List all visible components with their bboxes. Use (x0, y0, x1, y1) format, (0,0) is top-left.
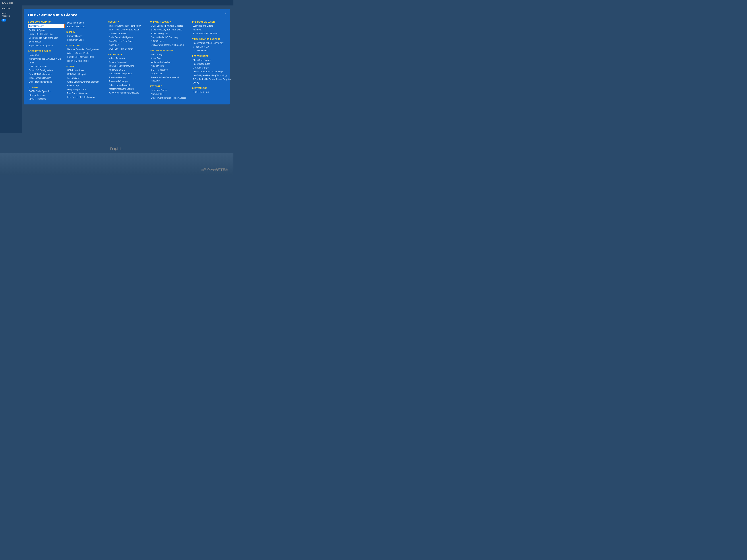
section-header-connection: CONNECTION (67, 44, 106, 47)
menu-item-https-boot[interactable]: HTTP(s) Boot Feature (67, 59, 106, 63)
menu-item-system-password[interactable]: System Password (108, 60, 149, 64)
menu-item-vt-direct-io[interactable]: VT for Direct I/O (192, 45, 232, 49)
admin-password-toggle[interactable]: ON (1, 19, 20, 22)
menu-item-chassis-intrusion[interactable]: Chassis Intrusion (108, 31, 149, 35)
section-header-performance: PERFORMANCE (192, 55, 232, 57)
menu-item-memory-mapped[interactable]: Memory Mapped I/O above 4 Gig (28, 57, 65, 61)
menu-item-uefi-capsule[interactable]: UEFI Capsule Firmware Updates (150, 24, 190, 28)
bios-col-4: UPDATE, RECOVERY UEFI Capsule Firmware U… (150, 21, 190, 101)
menu-item-aspm[interactable]: Active State Power Management (67, 80, 106, 84)
menu-item-admin-setup-lockout[interactable]: Admin Setup Lockout (108, 83, 149, 87)
menu-item-usb-config[interactable]: USB Configuration (28, 64, 65, 69)
menu-item-pcie-bar[interactable]: PCIe Resizable Base Address Register (BA… (192, 77, 232, 84)
menu-item-fan-control[interactable]: Fan Control Override (67, 91, 106, 95)
menu-item-bios-recovery[interactable]: BIOS Recovery from Hard Drive (150, 28, 190, 31)
menu-item-dust-filter[interactable]: Dust Filter Maintenance (28, 80, 65, 84)
menu-item-intel-tme[interactable]: Intel® Total Memory Encryption (108, 28, 149, 31)
sidebar-admin-label: AdminPassword (1, 12, 20, 17)
menu-item-force-pxe[interactable]: Force PXE On Next Boot (28, 32, 65, 36)
menu-item-service-tag[interactable]: Service Tag (150, 53, 190, 56)
menu-item-extend-post-time[interactable]: Extend BIOS POST Time (192, 31, 232, 35)
menu-item-password-config[interactable]: Password Configuration (108, 72, 149, 76)
toggle-on-label[interactable]: ON (1, 19, 6, 22)
menu-item-dma-protection[interactable]: DMA Protection (192, 49, 232, 53)
menu-item-drive-info[interactable]: Drive Information (67, 21, 106, 25)
menu-item-uefi-network-stack[interactable]: Enable UEFI Network Stack (67, 55, 106, 59)
menu-item-password-bypass[interactable]: Password Bypass (108, 76, 149, 79)
menu-item-intel-ptt[interactable]: Intel® Platform Trust Technology (108, 24, 149, 28)
menu-item-sata-nvme[interactable]: SATA/NVMe Operation (28, 89, 65, 93)
menu-item-bios-downgrade[interactable]: BIOS Downgrade (150, 31, 190, 35)
menu-item-auto-on-time[interactable]: Auto On Time (150, 64, 190, 68)
menu-item-ac-behavior[interactable]: AC Behavior (67, 76, 106, 80)
menu-item-cstates[interactable]: C-States Control (192, 66, 232, 70)
menu-item-dell-auto-os[interactable]: Dell Auto OS Recovery Threshold (150, 43, 190, 47)
menu-item-master-password-lockout[interactable]: Master Password Lockout (108, 87, 149, 91)
bios-title: BIOS Settings at a Glance (28, 13, 225, 18)
menu-item-smart-reporting[interactable]: SMART Reporting (28, 97, 65, 101)
menu-item-network-controller[interactable]: Network Controller Configuration (67, 47, 106, 51)
section-header-keyboard: KEYBOARD (150, 85, 190, 87)
menu-item-full-screen-logo[interactable]: Full Screen Logo (67, 38, 106, 42)
menu-item-hyperthreading[interactable]: Intel® Hyper-Threading Technology (192, 74, 232, 77)
menu-item-add-boot-option[interactable]: Add Boot Option (28, 28, 65, 32)
bios-col-1: BOOT CONFIGURATION Boot Sequence Add Boo… (28, 21, 65, 101)
menu-item-uefi-boot-path[interactable]: UEFI Boot Path Security (108, 47, 149, 51)
menu-item-misc-devices[interactable]: Miscellaneous Devices (28, 76, 65, 80)
menu-item-speedstep[interactable]: Intel® SpeedStep (192, 62, 232, 66)
menu-item-intel-vt[interactable]: Intel® Virtualization Technology (192, 41, 232, 45)
menu-item-enable-mediacard[interactable]: Enable MediaCard (67, 25, 106, 28)
menu-item-data-wipe[interactable]: Data Wipe on Next Boot (108, 39, 149, 43)
menu-item-usb-wake[interactable]: USB Wake Support (67, 72, 106, 76)
menu-item-bios-event-log[interactable]: BIOS Event Log (192, 90, 232, 94)
menu-item-storage-interface[interactable]: Storage Interface (28, 93, 65, 97)
menu-item-turbo-boost[interactable]: Intel® Turbo Boost Technology (192, 70, 232, 74)
bios-col-3: SECURITY Intel® Platform Trust Technolog… (108, 21, 149, 101)
section-header-storage: STORAGE (28, 86, 65, 88)
menu-item-front-usb[interactable]: Front USB Configuration (28, 69, 65, 72)
menu-item-admin-password[interactable]: Admin Password (108, 56, 149, 60)
menu-item-biosconnect[interactable]: BIOSConnect (150, 39, 190, 43)
bios-panel: BIOS Settings at a Glance X BOOT CONFIGU… (24, 9, 230, 104)
section-header-preboot: PRE-BOOT BEHAVIOR (192, 21, 232, 23)
menu-item-primary-display[interactable]: Primary Display (67, 34, 106, 38)
menu-item-wake-lan[interactable]: Wake on LAN/WLAN (150, 60, 190, 64)
section-header-passwords: PASSWORDS (108, 53, 149, 55)
menu-item-rear-usb[interactable]: Rear USB Configuration (28, 72, 65, 76)
menu-item-usb-powershare[interactable]: USB PowerShare (67, 69, 106, 72)
menu-item-hdd-password[interactable]: Internal HDD-0 Password (108, 64, 149, 68)
menu-item-deep-sleep[interactable]: Deep Sleep Control (67, 87, 106, 91)
menu-item-supportassist[interactable]: SupportAssist OS Recovery (150, 35, 190, 39)
menu-item-audio[interactable]: Audio (28, 61, 65, 64)
section-header-integrated: INTEGRATED DEVICES (28, 50, 65, 52)
menu-item-serr-messages[interactable]: SERR Messages (150, 68, 190, 72)
menu-item-m2-pcie-ssd[interactable]: M.2 PCIe SSD-0 (108, 68, 149, 72)
menu-item-block-sleep[interactable]: Block Sleep (67, 84, 106, 87)
section-header-display: DISPLAY (67, 31, 106, 33)
menu-item-fastboot[interactable]: Fastboot (192, 28, 232, 31)
menu-item-secure-boot[interactable]: Secure Boot (28, 40, 65, 44)
menu-item-intel-speed-shift[interactable]: Intel Speed Shift Technology (67, 95, 106, 99)
menu-item-multicore[interactable]: Multi-Core Support (192, 58, 232, 62)
menu-item-numlock-led[interactable]: Numlock LED (150, 92, 190, 96)
menu-item-wireless-device[interactable]: Wireless Device Enable (67, 51, 106, 55)
section-header-virtualization: VIRTUALIZATION SUPPORT (192, 38, 232, 40)
menu-item-diagnostics[interactable]: Diagnostics (150, 72, 190, 76)
section-header-update-recovery: UPDATE, RECOVERY (150, 21, 190, 23)
menu-item-non-admin-psid[interactable]: Allow Non-Admin PSID Revert (108, 91, 149, 95)
menu-item-post-recovery[interactable]: Power-on-Self-Test Automatic Recovery (150, 76, 190, 83)
section-header-sys-mgmt: SYSTEM MANAGEMENT (150, 49, 190, 52)
menu-item-smm-security[interactable]: SMM Security Mitigation (108, 35, 149, 39)
menu-item-sd-card-boot[interactable]: Secure Digital (SD) Card Boot (28, 36, 65, 40)
menu-item-warnings-errors[interactable]: Warnings and Errors (192, 24, 232, 28)
menu-item-password-changes[interactable]: Password Changes (108, 79, 149, 83)
close-button[interactable]: X (225, 12, 227, 15)
menu-item-boot-sequence[interactable]: Boot Sequence (28, 24, 65, 28)
menu-item-datetime[interactable]: Date/Time (28, 53, 65, 57)
menu-item-asset-tag[interactable]: Asset Tag (150, 56, 190, 60)
menu-item-absolute[interactable]: Absolute® (108, 43, 149, 47)
menu-item-expert-key[interactable]: Expert Key Management (28, 44, 65, 47)
menu-item-keyboard-errors[interactable]: Keyboard Errors (150, 88, 190, 92)
menu-item-device-config-hotkey[interactable]: Device Configuration Hotkey Access (150, 96, 190, 100)
sidebar: Help Text AdminPassword ON (0, 5, 22, 133)
